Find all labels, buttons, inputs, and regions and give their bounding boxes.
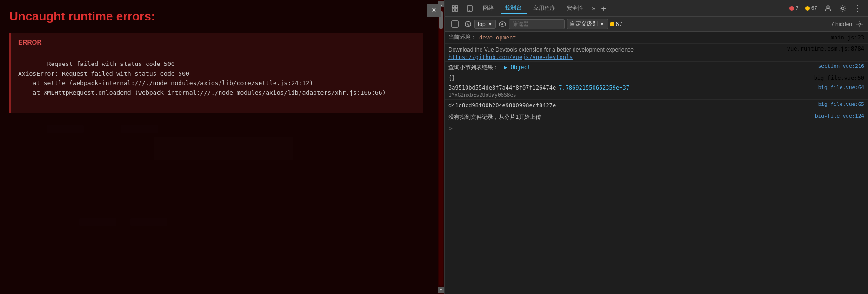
error-title: Uncaught runtime errors: — [9, 9, 155, 24]
obj-link[interactable]: big-file.vue:50 — [814, 75, 864, 81]
warning-dot-icon — [805, 6, 810, 11]
no-record-row: 没有找到文件记录，从分片1开始上传 big-file.vue:124 — [445, 111, 868, 123]
message-count-badge: 67 — [610, 21, 622, 27]
hash2-main: d41d8cd98f00b204e9800998ecf8427e — [448, 101, 815, 110]
svg-point-13 — [859, 23, 861, 25]
obj-row: {} big-file.vue:50 — [445, 73, 868, 83]
close-button[interactable]: × — [427, 4, 441, 17]
device-icon[interactable] — [463, 2, 476, 15]
add-tab-icon[interactable]: + — [599, 3, 608, 13]
hash1-row: 3a9510bd554de8f7a44f8f07f126474e 7.78692… — [445, 83, 868, 100]
tab-network[interactable]: 网络 — [478, 2, 499, 14]
hash1-main: 3a9510bd554de8f7a44f8f07f126474e 7.78692… — [448, 85, 815, 98]
download-row: Download the Vue Devtools extension for … — [445, 44, 868, 62]
console-toolbar: top ▼ 自定义级别 ▼ 67 7 hidden — [445, 17, 868, 32]
level-dropdown-icon: ▼ — [600, 21, 605, 26]
no-record-link[interactable]: big-file.vue:124 — [815, 113, 864, 119]
query-label: 查询小节列表结果： ▶ Object — [448, 63, 531, 72]
query-row: 查询小节列表结果： ▶ Object section.vue:216 — [445, 62, 868, 73]
svg-rect-1 — [455, 6, 458, 8]
hash1-num: 7.786921550652359e+37 — [559, 85, 629, 91]
settings-icon[interactable] — [836, 2, 849, 15]
inspect-icon[interactable] — [448, 2, 461, 15]
devtools-header: 网络 控制台 应用程序 安全性 » + 7 67 ⋮ — [445, 0, 868, 17]
svg-point-5 — [469, 10, 470, 10]
error-box: ERROR Request failed with status code 50… — [9, 33, 423, 113]
hidden-settings-icon[interactable] — [855, 20, 864, 29]
hash1-sub: 1MxG2nxbEs2UoUWy06S8es — [448, 92, 815, 98]
scroll-track — [439, 8, 443, 286]
error-dot-icon — [789, 6, 794, 11]
hidden-count: 7 hidden — [831, 21, 852, 27]
tab-security[interactable]: 安全性 — [562, 2, 588, 14]
scrollbar[interactable]: ▲ ▼ — [438, 0, 444, 294]
toolbar-right: 7 hidden — [831, 20, 864, 29]
message-count: 67 — [616, 21, 622, 27]
devtools-url[interactable]: https://github.com/vuejs/vue-devtools — [448, 54, 573, 60]
download-link[interactable]: vue.runtime.esm.js:8784 — [787, 46, 864, 52]
svg-rect-8 — [452, 21, 458, 27]
context-selector[interactable]: top ▼ — [474, 20, 496, 29]
svg-point-6 — [827, 6, 829, 8]
filter-input[interactable] — [509, 19, 565, 29]
no-record-text: 没有找到文件记录，从分片1开始上传 — [448, 113, 541, 121]
count-dot-icon — [610, 22, 614, 26]
user-icon[interactable] — [821, 2, 835, 15]
hash2-link[interactable]: big-file.vue:65 — [818, 101, 864, 107]
svg-rect-0 — [452, 6, 454, 8]
hash1-link[interactable]: big-file.vue:64 — [818, 85, 864, 91]
tab-application[interactable]: 应用程序 — [528, 2, 560, 14]
svg-rect-3 — [455, 9, 458, 11]
devtools-panel: 网络 控制台 应用程序 安全性 » + 7 67 ⋮ — [444, 0, 868, 294]
clear-icon[interactable] — [463, 20, 473, 29]
scroll-down-arrow[interactable]: ▼ — [438, 287, 444, 293]
level-value: 自定义级别 — [570, 20, 598, 28]
env-label: 当前环境： — [448, 33, 476, 41]
env-row: 当前环境： development main.js:23 — [445, 32, 868, 44]
query-link[interactable]: section.vue:216 — [818, 63, 864, 69]
level-selector[interactable]: 自定义级别 ▼ — [567, 19, 608, 29]
query-main: 查询小节列表结果： ▶ Object — [448, 63, 815, 72]
more-tabs-icon[interactable]: » — [590, 5, 597, 12]
hash1-id: 3a9510bd554de8f7a44f8f07f126474e — [448, 85, 556, 91]
eye-icon[interactable] — [498, 20, 507, 29]
env-link[interactable]: main.js:23 — [831, 34, 864, 41]
error-badge: 7 — [787, 4, 801, 12]
svg-rect-2 — [452, 9, 454, 11]
more-options-icon[interactable]: ⋮ — [851, 2, 864, 15]
context-dropdown-icon: ▼ — [488, 21, 493, 26]
tab-console[interactable]: 控制台 — [501, 2, 527, 14]
svg-point-7 — [842, 7, 844, 9]
no-record-main: 没有找到文件记录，从分片1开始上传 — [448, 113, 811, 121]
error-label: ERROR — [18, 39, 416, 46]
svg-point-12 — [501, 23, 503, 25]
download-text: Download the Vue Devtools extension for … — [448, 46, 635, 54]
error-count: 7 — [795, 5, 799, 11]
warning-count: 67 — [811, 5, 817, 11]
left-panel: × ▲ ▼ Uncaught runtime errors: ERROR Req… — [0, 0, 444, 294]
expand-icon[interactable]: > — [448, 124, 454, 132]
hash2-id: d41d8cd98f00b204e9800998ecf8427e — [448, 101, 556, 110]
hash2-row: d41d8cd98f00b204e9800998ecf8427e big-fil… — [445, 100, 868, 111]
env-value: development — [479, 34, 516, 41]
obj-text: {} — [448, 75, 455, 81]
console-content: 当前环境： development main.js:23 Download th… — [445, 32, 868, 294]
error-message: Request failed with status code 500 Axio… — [18, 50, 416, 108]
console-icon[interactable] — [448, 18, 461, 31]
warning-badge: 67 — [803, 4, 820, 12]
svg-line-10 — [467, 23, 469, 26]
context-value: top — [478, 21, 486, 27]
chevron-row: > — [445, 123, 868, 134]
error-overlay: × ▲ ▼ Uncaught runtime errors: ERROR Req… — [0, 0, 444, 294]
